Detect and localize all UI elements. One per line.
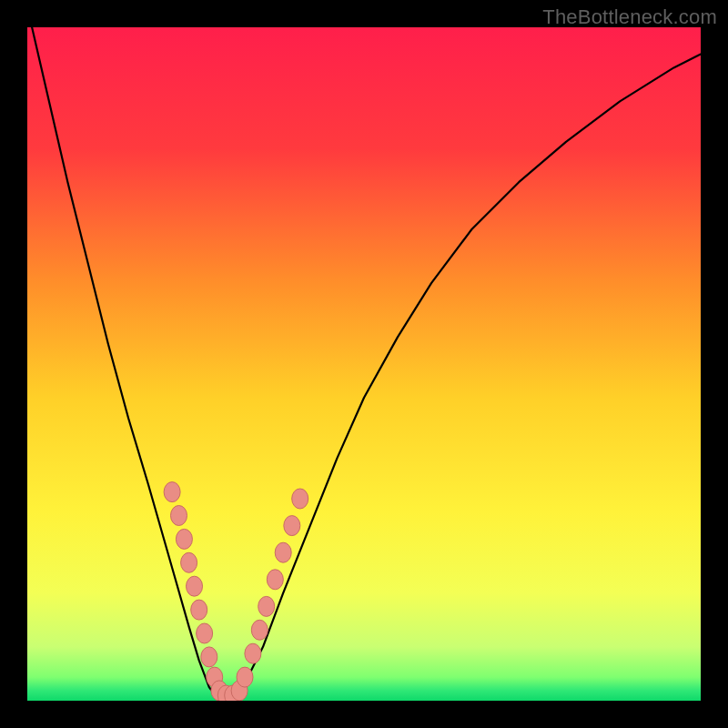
data-marker <box>267 570 283 590</box>
data-marker <box>181 552 197 572</box>
data-marker <box>237 667 253 687</box>
data-marker <box>176 529 192 549</box>
marker-group <box>164 482 308 701</box>
curve-layer <box>27 27 701 701</box>
plot-area <box>27 27 701 701</box>
data-marker <box>284 516 300 536</box>
data-marker <box>201 647 217 667</box>
data-marker <box>191 600 207 620</box>
data-marker <box>251 620 268 640</box>
data-marker <box>187 576 203 596</box>
data-marker <box>245 643 261 663</box>
data-marker <box>171 506 187 526</box>
data-marker <box>197 623 213 643</box>
chart-frame: TheBottleneck.com <box>0 0 728 728</box>
data-marker <box>258 596 275 616</box>
watermark-text: TheBottleneck.com <box>542 5 717 29</box>
data-marker <box>292 489 308 509</box>
data-marker <box>275 542 291 562</box>
bottleneck-curve <box>27 27 701 701</box>
data-marker <box>164 482 180 502</box>
